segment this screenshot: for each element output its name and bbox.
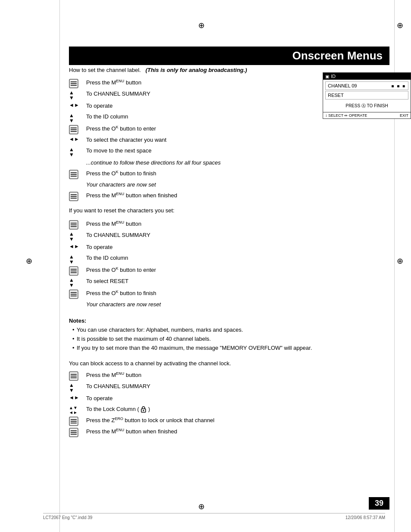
step-1-11: Press the MENU button when finished	[69, 191, 385, 201]
svg-rect-19	[71, 226, 77, 227]
icon-menu-2	[69, 124, 86, 134]
step-2-4: ▲▼ To the ID column	[69, 254, 385, 264]
svg-rect-27	[71, 296, 77, 296]
lock-intro: You can block access to a channel by act…	[69, 360, 385, 367]
step-text-2-8: Your characters are now reset	[86, 300, 385, 309]
icon-menu-3	[69, 169, 86, 179]
step-text-1-7: To move to the next space	[86, 146, 385, 155]
section1: Press the MENU button ▲▼ To CHANNEL SUMM…	[69, 78, 385, 201]
svg-rect-6	[71, 129, 77, 130]
icon-arrow-ud-3: ▲▼	[69, 146, 86, 157]
step-1-4: ▲▼ To the ID column	[69, 112, 385, 123]
icon-arrow-lr-4: ◄►	[69, 394, 86, 401]
step-text-1-11: Press the MENU button when finished	[86, 191, 385, 200]
icon-menu-6	[69, 266, 86, 276]
svg-rect-41	[71, 434, 77, 435]
step-1-9: Press the OK button to finish	[69, 169, 385, 179]
step-1-2: ▲▼ To CHANNEL SUMMARY	[69, 90, 385, 100]
page-footer: LCT2067 Eng "C".indd 39 12/20/06 8:57:37…	[43, 513, 385, 520]
icon-menu-8	[69, 371, 86, 381]
notes-section: Notes: You can use characters for: Alpha…	[69, 317, 385, 352]
step-text-1-9: Press the OK button to finish	[86, 169, 385, 178]
step-text-1-10: Your characters are now set	[86, 180, 385, 189]
icon-arrow-ud-7: ▲▼	[69, 382, 86, 393]
svg-rect-18	[71, 224, 77, 225]
svg-rect-39	[71, 430, 77, 431]
svg-rect-36	[71, 421, 77, 422]
icon-menu-4	[69, 191, 86, 201]
step-text-1-3: To operate	[86, 102, 385, 110]
icon-blank-2	[69, 300, 86, 301]
svg-rect-14	[71, 196, 77, 197]
step-2-5: Press the OK button to enter	[69, 266, 385, 276]
svg-rect-23	[71, 272, 77, 273]
main-content: How to set the channel label. (This is o…	[69, 67, 385, 439]
page-number: 39	[369, 497, 389, 510]
step-l-1: Press the MENU button	[69, 371, 385, 381]
reg-mark-top-right: ⊕	[397, 21, 403, 30]
page-title: Onscreen Menus	[69, 47, 389, 65]
step-text-l-4: To the Lock Column ( )	[86, 405, 385, 414]
step-text-l-3: To operate	[86, 394, 385, 403]
reg-mark-bottom: ⊕	[198, 502, 205, 511]
note-item-3: If you try to set more than the 40 maxim…	[72, 344, 385, 352]
step-l-4: ▲▼ ◄► To the Lock Column ( )	[69, 405, 385, 415]
step-2-2: ▲▼ To CHANNEL SUMMARY	[69, 231, 385, 242]
icon-menu-10	[69, 427, 86, 437]
step-text-2-1: Press the MENU button	[86, 220, 385, 228]
step-text-2-5: Press the OK button to enter	[86, 266, 385, 274]
svg-rect-30	[71, 376, 77, 376]
screen-dots: ■ ■ ■	[391, 84, 406, 88]
svg-rect-15	[71, 198, 77, 199]
step-text-1-8: ...continue to follow these directions f…	[86, 159, 385, 167]
svg-rect-3	[71, 85, 77, 86]
step-1-7: ▲▼ To move to the next space	[69, 146, 385, 157]
section2: Press the MENU button ▲▼ To CHANNEL SUMM…	[69, 220, 385, 310]
svg-rect-5	[71, 128, 77, 128]
step-1-10: Your characters are now set	[69, 180, 385, 190]
note-item-1: You can use characters for: Alphabet, nu…	[72, 326, 385, 334]
reg-mark-top: ⊕	[198, 21, 205, 30]
svg-rect-40	[71, 432, 77, 433]
footer-left: LCT2067 Eng "C".indd 39	[43, 515, 92, 520]
step-text-2-3: To operate	[86, 243, 385, 252]
step-l-6: Press the MENU button when finished	[69, 427, 385, 437]
trim-line-left	[59, 0, 60, 532]
step-text-2-6: To select RESET	[86, 277, 385, 286]
svg-rect-22	[71, 271, 77, 271]
svg-rect-2	[71, 83, 77, 84]
svg-rect-21	[71, 269, 77, 270]
svg-point-33	[143, 410, 144, 411]
svg-rect-9	[71, 172, 77, 173]
icon-blank-1	[69, 180, 86, 181]
icon-arrow-lr-2: ◄►	[69, 136, 86, 142]
step-text-1-4: To the ID column	[86, 112, 385, 121]
svg-rect-11	[71, 176, 77, 177]
step-text-2-2: To CHANNEL SUMMARY	[86, 231, 385, 240]
step-text-l-6: Press the MENU button when finished	[86, 427, 385, 436]
svg-rect-7	[71, 131, 77, 132]
icon-arrow-ud-2: ▲▼	[69, 112, 86, 123]
lock-section: You can block access to a channel by act…	[69, 360, 385, 437]
icon-arrow-lr-1: ◄►	[69, 102, 86, 108]
step-2-1: Press the MENU button	[69, 220, 385, 230]
step-1-1: Press the MENU button	[69, 78, 385, 88]
step-text-1-5: Press the OK button to enter	[86, 124, 385, 133]
svg-rect-26	[71, 294, 77, 295]
intro-text: How to set the channel label.	[69, 67, 141, 73]
screen-footer-right: EXIT	[400, 113, 408, 118]
icon-ellipsis-1	[69, 159, 86, 159]
svg-rect-35	[71, 419, 77, 420]
step-text-l-2: To CHANNEL SUMMARY	[86, 382, 385, 391]
notes-title: Notes:	[69, 317, 385, 324]
icon-arrow-4: ▲▼ ◄►	[69, 405, 86, 415]
icon-menu-9	[69, 416, 86, 426]
intro-italic: (This is only for analog broadcasting.)	[146, 67, 247, 73]
icon-menu-7	[69, 289, 86, 299]
step-text-1-1: Press the MENU button	[86, 78, 385, 87]
icon-menu-5	[69, 220, 86, 230]
step-l-2: ▲▼ To CHANNEL SUMMARY	[69, 382, 385, 393]
step-1-3: ◄► To operate	[69, 102, 385, 111]
icon-arrow-ud-1: ▲▼	[69, 90, 86, 100]
svg-rect-25	[71, 292, 77, 293]
